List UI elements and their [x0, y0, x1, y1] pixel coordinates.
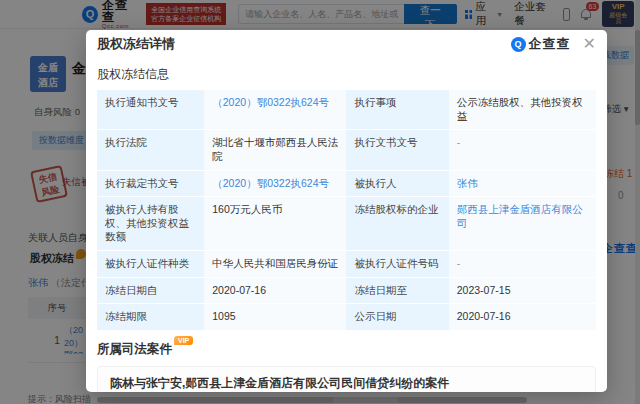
field-value: 2020-07-16 [204, 278, 346, 305]
qcc-logo-icon: Q [511, 37, 526, 52]
field-value: 1095 [204, 304, 346, 331]
field-label: 被执行人证件种类 [97, 251, 204, 278]
freeze-info-table: 执行通知书文号 （2020）鄂0322执624号 执行事项 公示冻结股权、其他投… [97, 90, 596, 331]
field-value: - [449, 130, 596, 170]
modal-title: 股权冻结详情 [97, 35, 175, 53]
field-label: 公示日期 [346, 304, 448, 331]
field-value: - [449, 251, 596, 278]
field-label: 执行法院 [97, 130, 204, 170]
section-title-judicial-cases: 所属司法案件 [97, 341, 172, 358]
close-icon[interactable]: ✕ [583, 36, 596, 52]
vip-badge: VIP [174, 336, 193, 345]
field-label: 执行通知书文号 [97, 90, 204, 130]
field-value-link[interactable]: （2020）鄂0322执624号 [204, 90, 346, 130]
field-label: 冻结日期自 [97, 278, 204, 305]
field-value: 中华人民共和国居民身份证 [204, 251, 346, 278]
field-value-link[interactable]: 张伟 [449, 171, 596, 198]
field-label: 冻结日期至 [346, 278, 448, 305]
section-title-freeze-info: 股权冻结信息 [97, 66, 596, 83]
equity-freeze-detail-modal: 股权冻结详情 Q 企查查 ✕ 股权冻结信息 执行通知书文号 （2020）鄂032… [86, 30, 607, 392]
field-label: 被执行人持有股权、其他投资权益数额 [97, 197, 204, 251]
field-label: 执行裁定书文号 [97, 171, 204, 198]
field-label: 执行文书文号 [346, 130, 448, 170]
field-value: 2023-07-15 [449, 278, 596, 305]
field-label: 冻结期限 [97, 304, 204, 331]
modal-brand: Q 企查查 [511, 35, 571, 53]
field-label: 冻结股权标的企业 [346, 197, 448, 251]
field-label: 执行事项 [346, 90, 448, 130]
field-value-link[interactable]: 郧西县上津金盾酒店有限公司 [449, 197, 596, 251]
field-value: 2020-07-16 [449, 304, 596, 331]
field-value: 湖北省十堰市郧西县人民法院 [204, 130, 346, 170]
case-title: 陈林与张宁安,郧西县上津金盾酒店有限公司民间借贷纠纷的案件 [110, 376, 573, 392]
field-value: 公示冻结股权、其他投资权益 [449, 90, 596, 130]
field-value-link[interactable]: （2020）鄂0322执624号 [204, 171, 346, 198]
field-label: 被执行人 [346, 171, 448, 198]
judicial-case-card: 陈林与张宁安,郧西县上津金盾酒店有限公司民间借贷纠纷的案件 执行案件 民事案件 … [97, 366, 596, 392]
field-label: 被执行人证件号码 [346, 251, 448, 278]
field-value: 160万元人民币 [204, 197, 346, 251]
